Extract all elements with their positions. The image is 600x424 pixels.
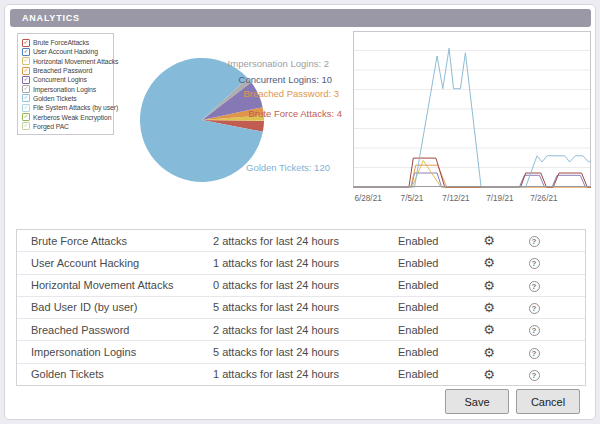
help-cell: ? (509, 279, 559, 292)
attack-status: Enabled (398, 324, 469, 336)
attack-status: Enabled (398, 257, 469, 269)
checkbox-icon[interactable]: ✓ (22, 122, 30, 130)
checkbox-icon[interactable]: ✓ (22, 57, 30, 65)
legend-item-label: Impersonation Logins (33, 86, 96, 93)
help-icon[interactable]: ? (529, 236, 540, 247)
help-cell: ? (509, 368, 559, 381)
x-axis-tick: 7/12/21 (442, 194, 470, 203)
pie-label-brute-force: Brute Force Attacks: 4 (249, 108, 342, 119)
table-row-horizontal-movement-attacks: Horizontal Movement Attacks0 attacks for… (17, 275, 585, 297)
gear-cell: ⚙ (469, 301, 509, 314)
checkbox-icon[interactable]: ✓ (22, 76, 30, 84)
attack-name: Golden Tickets (17, 368, 213, 380)
pie-label-golden: Golden Tickets: 120 (246, 162, 330, 173)
legend-item-golden-tickets[interactable]: ✓Golden Tickets (22, 94, 111, 103)
checkbox-icon[interactable]: ✓ (22, 67, 30, 75)
help-icon[interactable]: ? (529, 258, 540, 269)
attack-count: 0 attacks for last 24 hours (213, 279, 398, 291)
help-icon[interactable]: ? (529, 370, 540, 381)
checkbox-icon[interactable]: ✓ (22, 39, 30, 47)
line-chart: 6/28/217/5/217/12/217/19/217/26/21 (353, 31, 591, 209)
attack-status: Enabled (398, 279, 469, 291)
help-icon[interactable]: ? (529, 281, 540, 292)
attack-name: User Account Hacking (17, 257, 213, 269)
legend-item-impersonation-logins[interactable]: ✓Impersonation Logins (22, 84, 111, 93)
attack-name: Impersonation Logins (17, 346, 213, 358)
attack-count: 1 attacks for last 24 hours (213, 257, 398, 269)
gear-cell: ⚙ (469, 256, 509, 269)
pie-label-impersonation: Impersonation Logins: 2 (228, 58, 329, 69)
legend-item-label: Horizontal Movement Attacks (33, 58, 118, 65)
x-axis-tick: 7/5/21 (401, 194, 424, 203)
series-line-golden-tickets (353, 48, 591, 187)
settings-gear-icon[interactable]: ⚙ (483, 368, 495, 381)
attack-count: 5 attacks for last 24 hours (213, 346, 398, 358)
series-line-breached-password (353, 165, 591, 187)
table-row-breached-password: Breached Password2 attacks for last 24 h… (17, 319, 585, 341)
attack-status: Enabled (398, 368, 469, 380)
settings-gear-icon[interactable]: ⚙ (483, 301, 495, 314)
table-row-golden-tickets: Golden Tickets1 attacks for last 24 hour… (17, 364, 585, 385)
legend-item-label: Brute ForceAttacks (33, 39, 89, 46)
attack-name: Bad User ID (by user) (17, 301, 213, 313)
attack-name: Horizontal Movement Attacks (17, 279, 213, 291)
analytics-panel: ANALYTICS ✓Brute ForceAttacks✓User Accou… (4, 4, 596, 420)
attack-name: Brute Force Attacks (17, 235, 213, 247)
series-line-concurrent-logins (353, 173, 591, 187)
pie-label-breached: Breached Password: 3 (243, 88, 339, 99)
help-cell: ? (509, 346, 559, 359)
attack-count: 2 attacks for last 24 hours (213, 235, 398, 247)
legend-item-breached-password[interactable]: ✓Breached Password (22, 66, 111, 75)
help-icon[interactable]: ? (529, 303, 540, 314)
attack-count: 1 attacks for last 24 hours (213, 368, 398, 380)
series-line-brute-force-attacks (353, 158, 591, 187)
help-icon[interactable]: ? (529, 325, 540, 336)
series-legend: ✓Brute ForceAttacks✓User Account Hacking… (17, 33, 114, 135)
settings-gear-icon[interactable]: ⚙ (483, 279, 495, 292)
panel-title: ANALYTICS (10, 13, 80, 23)
checkbox-icon[interactable]: ✓ (22, 94, 30, 102)
legend-item-label: Concurrent Logins (33, 76, 87, 83)
attack-count: 5 attacks for last 24 hours (213, 301, 398, 313)
gear-cell: ⚙ (469, 346, 509, 359)
legend-item-label: Forged PAC (33, 123, 69, 130)
attack-count: 2 attacks for last 24 hours (213, 324, 398, 336)
checkbox-icon[interactable]: ✓ (22, 104, 30, 112)
attack-status: Enabled (398, 301, 469, 313)
legend-item-brute-forceattacks[interactable]: ✓Brute ForceAttacks (22, 38, 111, 47)
legend-item-horizontal-movement-attacks[interactable]: ✓Horizontal Movement Attacks (22, 57, 111, 66)
legend-item-file-system-attacks-by-user[interactable]: ✓File System Attacks (by user) (22, 103, 111, 112)
gear-cell: ⚙ (469, 279, 509, 292)
help-cell: ? (509, 256, 559, 269)
help-icon[interactable]: ? (529, 348, 540, 359)
checkbox-icon[interactable]: ✓ (22, 48, 30, 56)
settings-gear-icon[interactable]: ⚙ (483, 346, 495, 359)
panel-header: ANALYTICS (10, 9, 591, 27)
save-button[interactable]: Save (445, 389, 509, 414)
table-row-brute-force-attacks: Brute Force Attacks2 attacks for last 24… (17, 230, 585, 252)
gear-cell: ⚙ (469, 234, 509, 247)
legend-item-forged-pac[interactable]: ✓Forged PAC (22, 122, 111, 131)
help-cell: ? (509, 323, 559, 336)
help-cell: ? (509, 301, 559, 314)
legend-item-concurrent-logins[interactable]: ✓Concurrent Logins (22, 75, 111, 84)
settings-gear-icon[interactable]: ⚙ (483, 234, 495, 247)
attack-name: Breached Password (17, 324, 213, 336)
x-axis-tick: 7/19/21 (486, 194, 514, 203)
table-row-user-account-hacking: User Account Hacking1 attacks for last 2… (17, 252, 585, 274)
attack-status: Enabled (398, 235, 469, 247)
checkbox-icon[interactable]: ✓ (22, 113, 30, 121)
help-cell: ? (509, 234, 559, 247)
checkbox-icon[interactable]: ✓ (22, 85, 30, 93)
x-axis-tick: 7/26/21 (530, 194, 558, 203)
legend-item-user-account-hacking[interactable]: ✓User Account Hacking (22, 47, 111, 56)
cancel-button[interactable]: Cancel (516, 389, 580, 414)
x-axis-tick: 6/28/21 (354, 194, 382, 203)
legend-item-kerberos-weak-encryption[interactable]: ✓Kerberos Weak Encryption (22, 112, 111, 121)
legend-item-label: User Account Hacking (33, 48, 98, 55)
settings-gear-icon[interactable]: ⚙ (483, 256, 495, 269)
table-row-bad-user-id-by-user: Bad User ID (by user)5 attacks for last … (17, 297, 585, 319)
legend-item-label: File System Attacks (by user) (33, 104, 118, 111)
attack-status: Enabled (398, 346, 469, 358)
settings-gear-icon[interactable]: ⚙ (483, 323, 495, 336)
